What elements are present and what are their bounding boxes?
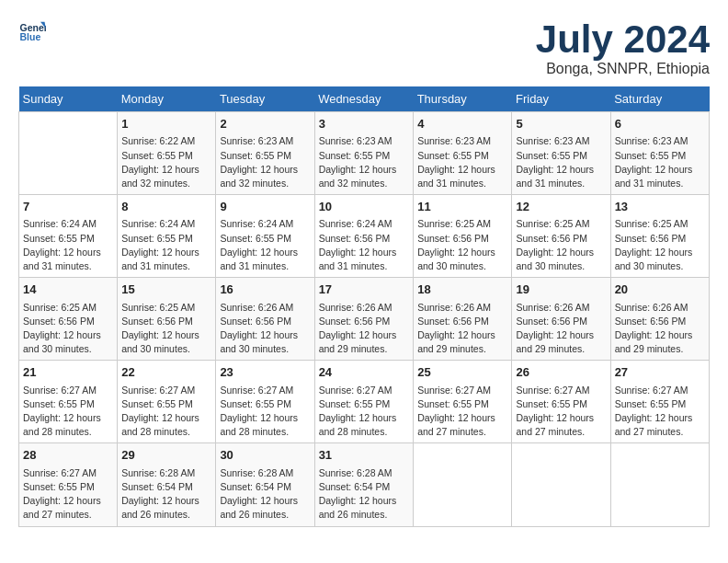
day-info: Sunrise: 6:27 AM Sunset: 6:55 PM Dayligh… [220, 384, 310, 440]
day-number: 15 [121, 282, 211, 298]
day-number: 18 [417, 282, 507, 298]
calendar-cell: 25Sunrise: 6:27 AM Sunset: 6:55 PM Dayli… [414, 361, 512, 443]
calendar-cell: 30Sunrise: 6:28 AM Sunset: 6:54 PM Dayli… [216, 443, 314, 526]
day-number: 9 [220, 199, 310, 215]
calendar-cell: 18Sunrise: 6:26 AM Sunset: 6:56 PM Dayli… [414, 278, 512, 361]
day-info: Sunrise: 6:27 AM Sunset: 6:55 PM Dayligh… [319, 384, 410, 440]
calendar-cell [610, 443, 709, 526]
logo-icon: General Blue [18, 18, 46, 46]
day-number: 28 [23, 447, 113, 464]
day-info: Sunrise: 6:27 AM Sunset: 6:55 PM Dayligh… [121, 384, 211, 440]
weekday-header-saturday: Saturday [610, 86, 709, 112]
day-info: Sunrise: 6:24 AM Sunset: 6:55 PM Dayligh… [220, 217, 310, 273]
day-number: 14 [23, 282, 113, 298]
day-info: Sunrise: 6:24 AM Sunset: 6:55 PM Dayligh… [23, 217, 113, 273]
day-info: Sunrise: 6:23 AM Sunset: 6:55 PM Dayligh… [220, 134, 310, 190]
calendar-table: SundayMondayTuesdayWednesdayThursdayFrid… [18, 86, 710, 526]
calendar-cell: 28Sunrise: 6:27 AM Sunset: 6:55 PM Dayli… [19, 443, 118, 526]
calendar-cell: 22Sunrise: 6:27 AM Sunset: 6:55 PM Dayli… [118, 361, 216, 443]
day-number: 21 [23, 364, 113, 381]
day-number: 19 [516, 282, 606, 298]
calendar-cell: 4Sunrise: 6:23 AM Sunset: 6:55 PM Daylig… [414, 112, 512, 195]
calendar-cell: 16Sunrise: 6:26 AM Sunset: 6:56 PM Dayli… [216, 278, 314, 361]
day-number: 16 [220, 282, 310, 298]
calendar-cell: 19Sunrise: 6:26 AM Sunset: 6:56 PM Dayli… [512, 278, 610, 361]
day-number: 20 [615, 282, 705, 298]
weekday-header-row: SundayMondayTuesdayWednesdayThursdayFrid… [19, 86, 710, 112]
month-title: July 2024 [536, 18, 710, 61]
day-number: 25 [417, 364, 507, 381]
calendar-cell: 27Sunrise: 6:27 AM Sunset: 6:55 PM Dayli… [610, 361, 709, 443]
weekday-header-friday: Friday [512, 86, 610, 112]
day-info: Sunrise: 6:27 AM Sunset: 6:55 PM Dayligh… [615, 384, 705, 440]
weekday-header-wednesday: Wednesday [314, 86, 414, 112]
weekday-header-monday: Monday [118, 86, 216, 112]
day-info: Sunrise: 6:22 AM Sunset: 6:55 PM Dayligh… [121, 134, 211, 190]
calendar-cell: 15Sunrise: 6:25 AM Sunset: 6:56 PM Dayli… [118, 278, 216, 361]
day-info: Sunrise: 6:25 AM Sunset: 6:56 PM Dayligh… [615, 217, 705, 273]
day-info: Sunrise: 6:25 AM Sunset: 6:56 PM Dayligh… [417, 217, 507, 273]
day-info: Sunrise: 6:28 AM Sunset: 6:54 PM Dayligh… [319, 466, 410, 523]
day-info: Sunrise: 6:26 AM Sunset: 6:56 PM Dayligh… [516, 301, 606, 357]
calendar-cell: 24Sunrise: 6:27 AM Sunset: 6:55 PM Dayli… [314, 361, 414, 443]
day-number: 30 [220, 447, 310, 464]
calendar-cell: 29Sunrise: 6:28 AM Sunset: 6:54 PM Dayli… [118, 443, 216, 526]
weekday-header-thursday: Thursday [414, 86, 512, 112]
calendar-cell: 20Sunrise: 6:26 AM Sunset: 6:56 PM Dayli… [610, 278, 709, 361]
day-number: 22 [121, 364, 211, 381]
calendar-cell: 6Sunrise: 6:23 AM Sunset: 6:55 PM Daylig… [610, 112, 709, 195]
day-info: Sunrise: 6:27 AM Sunset: 6:55 PM Dayligh… [23, 466, 113, 523]
calendar-cell: 23Sunrise: 6:27 AM Sunset: 6:55 PM Dayli… [216, 361, 314, 443]
calendar-cell: 14Sunrise: 6:25 AM Sunset: 6:56 PM Dayli… [19, 278, 118, 361]
calendar-cell: 8Sunrise: 6:24 AM Sunset: 6:55 PM Daylig… [118, 195, 216, 278]
day-number: 27 [615, 364, 705, 381]
calendar-cell: 2Sunrise: 6:23 AM Sunset: 6:55 PM Daylig… [216, 112, 314, 195]
day-info: Sunrise: 6:25 AM Sunset: 6:56 PM Dayligh… [121, 301, 211, 357]
day-info: Sunrise: 6:23 AM Sunset: 6:55 PM Dayligh… [417, 134, 507, 190]
calendar-cell: 26Sunrise: 6:27 AM Sunset: 6:55 PM Dayli… [512, 361, 610, 443]
calendar-cell: 21Sunrise: 6:27 AM Sunset: 6:55 PM Dayli… [19, 361, 118, 443]
day-info: Sunrise: 6:26 AM Sunset: 6:56 PM Dayligh… [615, 301, 705, 357]
calendar-cell: 1Sunrise: 6:22 AM Sunset: 6:55 PM Daylig… [118, 112, 216, 195]
day-info: Sunrise: 6:23 AM Sunset: 6:55 PM Dayligh… [615, 134, 705, 190]
calendar-week-row: 21Sunrise: 6:27 AM Sunset: 6:55 PM Dayli… [19, 361, 710, 443]
day-info: Sunrise: 6:28 AM Sunset: 6:54 PM Dayligh… [121, 466, 211, 523]
svg-text:Blue: Blue [20, 31, 41, 42]
page-header: General Blue July 2024 Bonga, SNNPR, Eth… [18, 18, 710, 77]
day-number: 5 [516, 116, 606, 132]
day-info: Sunrise: 6:26 AM Sunset: 6:56 PM Dayligh… [319, 301, 410, 357]
day-number: 4 [417, 116, 507, 132]
day-number: 23 [220, 364, 310, 381]
day-number: 26 [516, 364, 606, 381]
day-number: 3 [319, 116, 410, 132]
calendar-cell [512, 443, 610, 526]
calendar-cell: 3Sunrise: 6:23 AM Sunset: 6:55 PM Daylig… [314, 112, 414, 195]
day-number: 12 [516, 199, 606, 215]
calendar-cell: 11Sunrise: 6:25 AM Sunset: 6:56 PM Dayli… [414, 195, 512, 278]
calendar-cell [414, 443, 512, 526]
calendar-week-row: 7Sunrise: 6:24 AM Sunset: 6:55 PM Daylig… [19, 195, 710, 278]
calendar-cell: 17Sunrise: 6:26 AM Sunset: 6:56 PM Dayli… [314, 278, 414, 361]
day-number: 11 [417, 199, 507, 215]
title-block: July 2024 Bonga, SNNPR, Ethiopia [536, 18, 710, 77]
day-info: Sunrise: 6:25 AM Sunset: 6:56 PM Dayligh… [23, 301, 113, 357]
day-info: Sunrise: 6:24 AM Sunset: 6:55 PM Dayligh… [121, 217, 211, 273]
calendar-cell: 7Sunrise: 6:24 AM Sunset: 6:55 PM Daylig… [19, 195, 118, 278]
calendar-week-row: 14Sunrise: 6:25 AM Sunset: 6:56 PM Dayli… [19, 278, 710, 361]
day-number: 1 [121, 116, 211, 132]
day-info: Sunrise: 6:24 AM Sunset: 6:56 PM Dayligh… [319, 217, 410, 273]
calendar-week-row: 28Sunrise: 6:27 AM Sunset: 6:55 PM Dayli… [19, 443, 710, 526]
calendar-cell: 13Sunrise: 6:25 AM Sunset: 6:56 PM Dayli… [610, 195, 709, 278]
calendar-cell: 12Sunrise: 6:25 AM Sunset: 6:56 PM Dayli… [512, 195, 610, 278]
day-number: 6 [615, 116, 705, 132]
calendar-cell: 31Sunrise: 6:28 AM Sunset: 6:54 PM Dayli… [314, 443, 414, 526]
day-info: Sunrise: 6:27 AM Sunset: 6:55 PM Dayligh… [417, 384, 507, 440]
day-number: 31 [319, 447, 410, 464]
day-info: Sunrise: 6:27 AM Sunset: 6:55 PM Dayligh… [23, 384, 113, 440]
calendar-cell [19, 112, 118, 195]
day-number: 29 [121, 447, 211, 464]
calendar-cell: 10Sunrise: 6:24 AM Sunset: 6:56 PM Dayli… [314, 195, 414, 278]
weekday-header-sunday: Sunday [19, 86, 118, 112]
day-info: Sunrise: 6:28 AM Sunset: 6:54 PM Dayligh… [220, 466, 310, 523]
calendar-body: 1Sunrise: 6:22 AM Sunset: 6:55 PM Daylig… [19, 112, 710, 526]
